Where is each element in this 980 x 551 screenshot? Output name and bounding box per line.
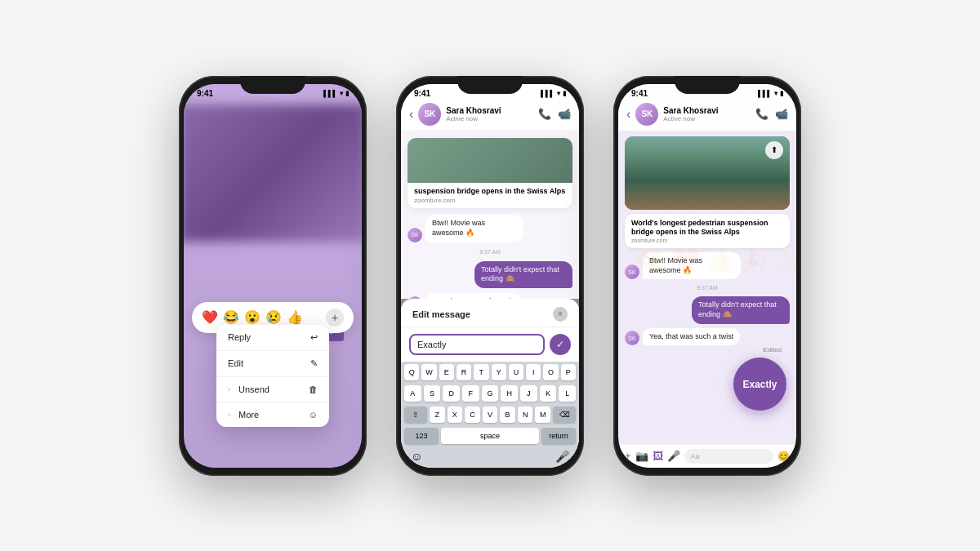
gallery-icon-3[interactable]: 🖼: [653, 450, 663, 462]
wifi-icon-2: ▾: [557, 90, 560, 97]
key-x[interactable]: X: [448, 407, 463, 423]
video-icon-3[interactable]: 📹: [775, 108, 788, 120]
edit-send-button[interactable]: ✓: [550, 334, 571, 355]
link-url-3: zoomture.com: [631, 238, 783, 243]
keyboard-row-1: Q W E R T Y U I O P: [401, 362, 579, 383]
status-icons-3: ▌▌▌ ▾ ▮: [758, 90, 783, 97]
bubble-btw: Btw!! Movie was awesome 🔥: [425, 215, 523, 242]
reaction-cry[interactable]: 😢: [265, 309, 282, 325]
reaction-wow[interactable]: 😮: [244, 309, 261, 325]
phone-3: 9:41 ▌▌▌ ▾ ▮ ‹ SK Sara Khosravi Active n…: [613, 76, 801, 476]
back-button-2[interactable]: ‹: [409, 107, 413, 122]
call-icon-2[interactable]: 📞: [538, 108, 551, 120]
contact-name-3: Sara Khosravi: [663, 106, 751, 115]
key-t[interactable]: T: [474, 364, 488, 380]
back-button-3[interactable]: ‹: [626, 107, 630, 122]
emoji-keyboard-icon[interactable]: ☺: [401, 450, 422, 463]
more-reactions-button[interactable]: +: [326, 309, 344, 327]
key-f[interactable]: F: [462, 385, 479, 402]
key-shift[interactable]: ⇧: [404, 407, 427, 423]
edit-input-row: Exactly ✓: [401, 327, 579, 362]
key-y[interactable]: Y: [492, 364, 506, 380]
contact-info-2: Sara Khosravi Active now: [446, 106, 533, 122]
link-preview-2: suspension bridge opens in the Swiss Alp…: [408, 138, 572, 209]
key-return[interactable]: return: [541, 428, 576, 444]
edit-modal-close-button[interactable]: ×: [553, 307, 568, 322]
image-share-button[interactable]: ⬆: [765, 141, 783, 159]
key-b[interactable]: B: [500, 407, 515, 423]
call-icon-3[interactable]: 📞: [755, 108, 768, 120]
status-icons-1: ▌▌▌ ▾ ▮: [323, 90, 349, 97]
message-input-3[interactable]: Aa: [684, 449, 773, 464]
bubble-twist-3: Yea, that was such a twist: [643, 328, 740, 346]
wifi-icon-3: ▾: [774, 90, 777, 97]
link-preview-3: World's longest pedestrian suspension br…: [625, 214, 790, 248]
key-r[interactable]: R: [457, 364, 471, 380]
key-n[interactable]: N: [518, 407, 533, 423]
key-u[interactable]: U: [509, 364, 523, 380]
msg-avatar-2a: SK: [408, 228, 422, 242]
edit-label: Edit: [228, 358, 243, 368]
msg-time-3: 9:37 AM: [625, 285, 790, 291]
key-a[interactable]: A: [404, 385, 421, 402]
key-k[interactable]: K: [540, 385, 557, 402]
menu-item-reply[interactable]: Reply ↩: [216, 325, 329, 351]
notch-2: [457, 76, 523, 94]
key-z[interactable]: Z: [430, 407, 445, 423]
reply-icon: ↩: [310, 332, 318, 343]
emoji-icon-3[interactable]: 😊: [777, 451, 790, 462]
edited-label: Edited: [625, 346, 782, 353]
keyboard-row-2: A S D F G H J K L: [401, 383, 579, 404]
mic-icon-3[interactable]: 🎤: [667, 450, 680, 462]
key-e[interactable]: E: [439, 364, 454, 380]
msg-row-twist-3: SK Yea, that was such a twist: [625, 328, 790, 346]
signal-icon-3: ▌▌▌: [758, 90, 772, 97]
edit-message-input[interactable]: Exactly: [409, 334, 545, 355]
key-d[interactable]: D: [443, 385, 460, 402]
bubble-didnt-expect: Totally didn't expect that ending 🙈: [474, 261, 572, 288]
key-p[interactable]: P: [561, 364, 576, 380]
keyboard: Q W E R T Y U I O P A: [401, 362, 579, 468]
time-3: 9:41: [631, 89, 648, 98]
contact-status-3: Active now: [663, 115, 751, 122]
chat-input-bar-3: + 📷 🖼 🎤 Aa 😊: [618, 444, 796, 468]
video-icon-2[interactable]: 📹: [558, 108, 571, 120]
key-i[interactable]: I: [526, 364, 541, 380]
menu-item-more[interactable]: › More ☺: [216, 402, 329, 427]
key-backspace[interactable]: ⌫: [553, 407, 576, 423]
time-2: 9:41: [414, 89, 430, 98]
msg-row-btw: SK Btw!! Movie was awesome 🔥: [408, 215, 572, 242]
reply-label: Reply: [228, 332, 251, 342]
key-c[interactable]: C: [465, 407, 480, 423]
menu-item-edit[interactable]: Edit ✎: [216, 351, 329, 377]
contact-avatar-3: SK: [635, 103, 658, 126]
key-h[interactable]: H: [501, 385, 518, 402]
key-w[interactable]: W: [421, 364, 436, 380]
reaction-thumbs-up[interactable]: 👍: [287, 309, 303, 325]
key-g[interactable]: G: [482, 385, 499, 402]
reaction-laugh[interactable]: 😂: [223, 309, 239, 325]
exactly-bubble-p3: Exactly: [733, 358, 786, 411]
bubble-didnt-expect-3: Totally didn't expect that ending 🙈: [692, 296, 790, 323]
mic-icon[interactable]: 🎤: [555, 450, 569, 463]
key-o[interactable]: O: [543, 364, 558, 380]
time-1: 9:41: [197, 89, 213, 98]
key-s[interactable]: S: [424, 385, 441, 402]
bridge-image: ⬆: [625, 136, 790, 210]
key-m[interactable]: M: [535, 407, 550, 423]
camera-icon-3[interactable]: 📷: [635, 450, 648, 462]
key-v[interactable]: V: [483, 407, 498, 423]
reaction-heart[interactable]: ❤️: [202, 309, 218, 325]
menu-item-unsend[interactable]: › Unsend 🗑: [216, 377, 329, 402]
edit-modal-overlay: Edit message × Exactly ✓ Q W: [401, 299, 579, 468]
contact-status-2: Active now: [446, 115, 533, 122]
signal-icon-2: ▌▌▌: [541, 90, 555, 97]
key-space[interactable]: space: [441, 428, 539, 444]
key-q[interactable]: Q: [404, 364, 419, 380]
key-j[interactable]: J: [520, 385, 537, 402]
key-123[interactable]: 123: [404, 428, 439, 444]
key-l[interactable]: L: [559, 385, 576, 402]
bubble-btw-3: Btw!! Movie was awesome 🔥: [643, 252, 741, 279]
blurred-content: [184, 104, 362, 242]
add-icon-3[interactable]: +: [625, 450, 631, 462]
